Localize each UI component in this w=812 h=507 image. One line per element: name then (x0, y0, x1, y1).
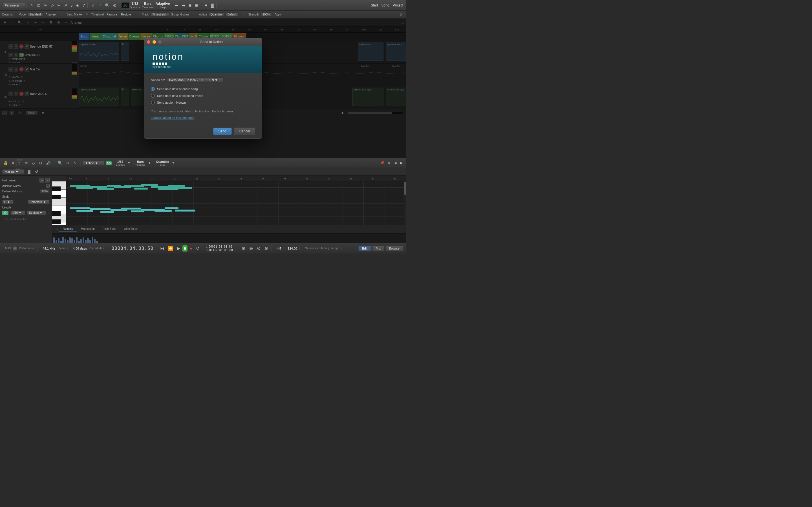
pr-scroll-v[interactable] (404, 181, 406, 225)
note-b4[interactable] (100, 211, 114, 213)
note-8[interactable] (134, 187, 148, 189)
strength-pct[interactable]: 100% (260, 12, 272, 17)
length-plus[interactable]: + (48, 211, 50, 214)
loop-btn[interactable]: ⇄ (90, 2, 96, 8)
pr-nav-right[interactable]: ▶ (399, 161, 404, 165)
note-3[interactable] (87, 186, 107, 188)
note-12[interactable] (168, 185, 185, 187)
mix-view[interactable]: ⊞ (194, 2, 200, 8)
erase-tool[interactable]: ◇ (49, 2, 55, 8)
close-secondary-btn[interactable]: ✕ (399, 12, 404, 17)
note-b2[interactable] (77, 210, 93, 212)
note-11[interactable] (158, 188, 178, 190)
note-b10[interactable] (165, 207, 178, 209)
range-tool[interactable]: ⊡ (36, 2, 42, 8)
straight-dropdown[interactable]: Straight ▼ (27, 211, 46, 215)
eye-icon[interactable]: 👁 (85, 13, 90, 16)
help-tool[interactable]: ? (81, 2, 86, 8)
pr-meter-btn[interactable]: ▓ (27, 169, 32, 174)
play-btn[interactable]: ▶ (175, 245, 181, 251)
note-4[interactable] (97, 188, 114, 190)
pr-s-btn[interactable]: S (45, 178, 50, 182)
tab-pitch-bend[interactable]: Pitch Bend (99, 226, 120, 232)
perf-label[interactable]: Performance (19, 247, 35, 250)
search-btn[interactable]: 🔍 (103, 2, 111, 8)
note-b1[interactable] (70, 207, 90, 209)
pr-nav-left[interactable]: ◀ (393, 161, 398, 165)
tune-btn[interactable]: ⊕ (65, 160, 70, 166)
server-dropdown[interactable]: livers-Mac-Pro.local - 10.5.199.9 ▼ (167, 77, 223, 82)
note-b7[interactable] (131, 210, 144, 212)
piano-grid[interactable] (66, 181, 406, 225)
tab-modulation[interactable]: Modulation (77, 226, 99, 232)
midi-icon[interactable]: ⚙ (13, 246, 17, 251)
tab-after-touch[interactable]: After Touch (120, 226, 142, 232)
tab-velocity[interactable]: Velocity (59, 226, 77, 232)
note-b3[interactable] (90, 208, 110, 210)
scrub-btn[interactable]: ⊙ (112, 2, 118, 8)
split-tool[interactable]: ✂ (56, 2, 62, 8)
bend-tool[interactable]: ↗ (63, 2, 69, 8)
key-dropdown[interactable]: C ▼ (2, 200, 13, 204)
pr-bars-arrow[interactable]: ▼ (147, 161, 152, 165)
wave-btn[interactable]: ∿ (72, 160, 78, 166)
pointer-tool[interactable]: ↖ (29, 2, 35, 8)
instrument-dropdown[interactable]: Mai Tai ▼ (2, 169, 24, 174)
stack-btn[interactable]: ≡ (204, 2, 209, 8)
close-btn[interactable] (147, 40, 150, 44)
remove-btn[interactable]: Remove (105, 13, 118, 16)
length-value-dropdown[interactable]: 1/16 ▼ (10, 211, 25, 215)
note-b11[interactable] (175, 210, 195, 212)
note-b6[interactable] (121, 208, 141, 210)
cancel-button[interactable]: Cancel (234, 128, 255, 135)
send-button[interactable]: Send (213, 128, 232, 135)
back-btn[interactable]: ⏪ (167, 245, 174, 251)
nav-up[interactable]: ⊕ (187, 2, 193, 8)
dots-btn[interactable]: ••• (54, 228, 59, 231)
pr-m-btn[interactable]: M (40, 178, 44, 182)
velocity-value[interactable]: 80% (40, 189, 50, 193)
minimize-btn[interactable] (153, 40, 156, 44)
pr-pin-btn[interactable]: 📌 (379, 161, 386, 165)
note-13[interactable] (179, 187, 192, 189)
apply-btn[interactable]: Apply (273, 13, 283, 16)
pencil-btn[interactable]: ✏ (24, 160, 29, 166)
default-value[interactable]: Default (225, 12, 239, 17)
list-btn[interactable]: ≡ (11, 160, 15, 166)
lock-btn[interactable]: 🔒 (2, 160, 9, 166)
mix-view-btn[interactable]: Mix (372, 245, 384, 251)
erase-btn[interactable]: ◇ (31, 160, 36, 166)
mode-value[interactable]: Standard (28, 12, 43, 17)
timestretch-value[interactable]: Timestretch (151, 12, 169, 17)
radio-audio-mixdown[interactable]: Send audio mixdown (151, 101, 255, 105)
pr-q-arrow[interactable]: ▼ (126, 161, 132, 165)
record-btn[interactable]: ● (189, 245, 194, 251)
action-dropdown[interactable]: Action ▼ (83, 161, 104, 166)
tb-extra2[interactable]: ⊕ (248, 245, 254, 251)
zoom-btn[interactable]: 🔍 (57, 160, 63, 166)
length-q-btn[interactable]: Q (2, 211, 8, 215)
maximize-btn[interactable] (158, 40, 161, 44)
listen-tool[interactable]: ◈ (75, 2, 81, 8)
mute-tool[interactable]: ♪ (69, 2, 74, 8)
param-dropdown[interactable]: Parameter (3, 3, 26, 8)
note-b9[interactable] (154, 210, 171, 212)
punch-btn[interactable]: ⇌ (97, 2, 103, 8)
radio-entire-song[interactable]: Send note data of entire song (151, 87, 255, 91)
pr-close-btn[interactable]: ✕ (387, 161, 391, 165)
rewind-btn[interactable]: ⏮ (159, 245, 165, 251)
radio-selected-tracks[interactable]: Send note data of selected tracks (151, 94, 255, 98)
select-btn[interactable]: ⊡ (38, 160, 43, 166)
nav-right[interactable]: ⇥ (180, 2, 186, 8)
quantize-action-value[interactable]: Quantize (209, 12, 224, 17)
edit-view-btn[interactable]: Edit (358, 245, 371, 251)
pr-refresh-btn[interactable]: ↺ (34, 169, 39, 174)
pr-snap-arrow[interactable]: ▼ (170, 161, 175, 165)
loop-transport-btn[interactable]: ↺ (195, 245, 201, 251)
browse-view-btn[interactable]: Browse (386, 245, 403, 251)
speaker-btn[interactable]: 🔊 (45, 160, 52, 166)
launch-notion-link[interactable]: Launch Notion on this computer (151, 116, 195, 119)
restore-btn[interactable]: Restore (120, 13, 132, 16)
tb-extra3[interactable]: ⊙ (256, 245, 262, 251)
meter-btn[interactable]: ▓ (209, 2, 215, 8)
